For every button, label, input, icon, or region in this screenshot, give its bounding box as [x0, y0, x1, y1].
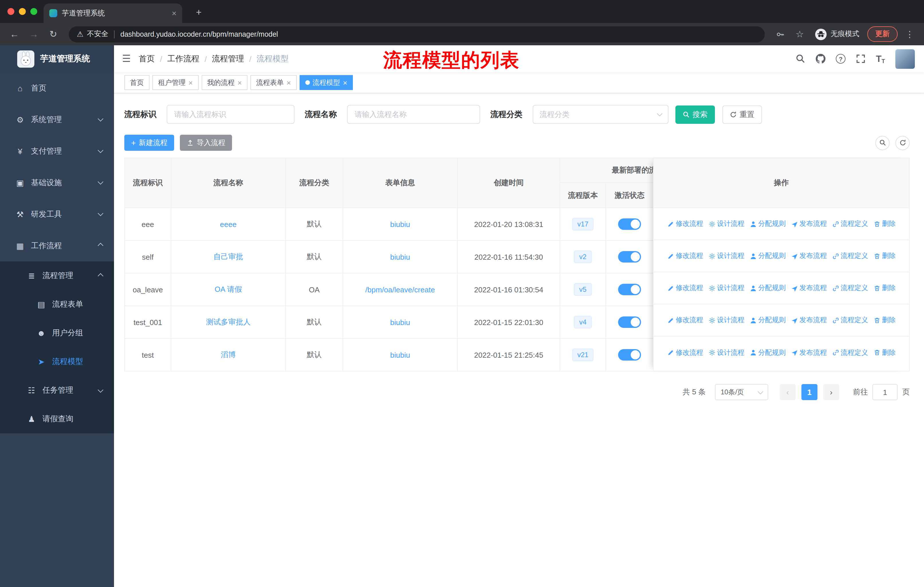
- design-process-action[interactable]: 设计流程: [708, 219, 744, 229]
- process-key-input[interactable]: [167, 105, 294, 124]
- publish-process-action[interactable]: 发布流程: [791, 219, 827, 229]
- sidebar-item-infrastructure[interactable]: ▣基础设施: [0, 167, 114, 198]
- view-tag[interactable]: 首页: [124, 75, 150, 90]
- process-name-link[interactable]: eeee: [220, 220, 237, 228]
- sidebar-item-task-management[interactable]: ☷任务管理: [0, 376, 114, 405]
- modify-process-action[interactable]: 修改流程: [667, 348, 703, 357]
- password-key-icon[interactable]: [773, 26, 788, 41]
- forward-button[interactable]: →: [26, 26, 41, 41]
- next-page-button[interactable]: ›: [823, 384, 839, 400]
- tab-close-icon[interactable]: ×: [172, 8, 177, 18]
- sidebar-item-process-management[interactable]: ≣流程管理: [0, 261, 114, 290]
- reload-button[interactable]: ↻: [46, 26, 61, 41]
- delete-action[interactable]: 删除: [873, 283, 896, 293]
- fullscreen-icon[interactable]: [856, 54, 866, 64]
- design-process-action[interactable]: 设计流程: [708, 283, 744, 293]
- sidebar-item-payment[interactable]: ¥支付管理: [0, 135, 114, 167]
- design-process-action[interactable]: 设计流程: [708, 348, 744, 357]
- process-name-link[interactable]: OA 请假: [214, 284, 242, 294]
- font-size-icon[interactable]: TT: [876, 54, 885, 64]
- category-select[interactable]: 流程分类: [533, 105, 668, 124]
- update-button[interactable]: 更新: [867, 26, 898, 42]
- publish-process-action[interactable]: 发布流程: [791, 315, 827, 325]
- sidebar-item-system[interactable]: ⚙系统管理: [0, 104, 114, 135]
- help-icon[interactable]: ?: [836, 54, 845, 64]
- toggle-search-button[interactable]: [875, 136, 889, 150]
- page-number-button[interactable]: 1: [802, 384, 817, 400]
- delete-action[interactable]: 删除: [873, 219, 896, 229]
- assign-rule-action[interactable]: 分配规则: [749, 219, 785, 229]
- minimize-window-button[interactable]: [19, 8, 26, 15]
- sidebar-item-process-form[interactable]: ▤流程表单: [0, 290, 114, 319]
- process-definition-action[interactable]: 流程定义: [832, 283, 868, 293]
- browser-tab[interactable]: 芋道管理系统 ×: [43, 3, 182, 23]
- sidebar-item-home[interactable]: ⌂首页: [0, 72, 114, 104]
- breadcrumb-item[interactable]: 工作流程: [167, 54, 200, 64]
- view-tag[interactable]: 租户管理×: [152, 75, 198, 90]
- process-name-link[interactable]: 自己审批: [213, 251, 243, 262]
- process-definition-action[interactable]: 流程定义: [832, 251, 868, 261]
- publish-process-action[interactable]: 发布流程: [791, 348, 827, 357]
- delete-action[interactable]: 删除: [873, 348, 896, 357]
- back-button[interactable]: ←: [7, 26, 22, 41]
- breadcrumb-item[interactable]: 首页: [139, 54, 155, 64]
- process-definition-action[interactable]: 流程定义: [832, 315, 868, 325]
- refresh-table-button[interactable]: [895, 136, 910, 150]
- delete-action[interactable]: 删除: [873, 315, 896, 325]
- reset-button[interactable]: 重置: [723, 105, 762, 124]
- address-bar[interactable]: ⚠ 不安全 dashboard.yudao.iocoder.cn/bpm/man…: [69, 26, 765, 42]
- publish-process-action[interactable]: 发布流程: [791, 251, 827, 261]
- create-process-button[interactable]: + 新建流程: [124, 135, 174, 151]
- goto-page-input[interactable]: [873, 384, 898, 400]
- close-icon[interactable]: ×: [188, 78, 193, 87]
- breadcrumb-item[interactable]: 流程管理: [212, 54, 244, 64]
- process-name-input[interactable]: [347, 105, 480, 124]
- view-tag[interactable]: 我的流程×: [201, 75, 248, 90]
- security-label[interactable]: 不安全: [87, 29, 108, 39]
- design-process-action[interactable]: 设计流程: [708, 251, 744, 261]
- browser-menu-icon[interactable]: ⋮: [902, 26, 917, 41]
- process-name-link[interactable]: 滔博: [221, 350, 236, 360]
- page-size-select[interactable]: 10条/页: [715, 384, 768, 400]
- active-toggle[interactable]: [618, 284, 641, 295]
- close-icon[interactable]: ×: [238, 78, 242, 87]
- close-icon[interactable]: ×: [343, 78, 347, 87]
- sidebar-item-user-group[interactable]: ☻用户分组: [0, 319, 114, 347]
- process-definition-action[interactable]: 流程定义: [832, 348, 868, 357]
- assign-rule-action[interactable]: 分配规则: [749, 348, 785, 357]
- close-icon[interactable]: ×: [286, 78, 291, 87]
- publish-process-action[interactable]: 发布流程: [791, 283, 827, 293]
- prev-page-button[interactable]: ‹: [780, 384, 796, 400]
- import-process-button[interactable]: 导入流程: [180, 135, 232, 151]
- incognito-chip[interactable]: 无痕模式: [815, 28, 859, 40]
- hamburger-icon[interactable]: ☰: [122, 53, 131, 65]
- active-toggle[interactable]: [618, 218, 641, 230]
- search-button[interactable]: 搜索: [675, 105, 715, 124]
- active-toggle[interactable]: [618, 349, 641, 360]
- active-toggle[interactable]: [618, 251, 641, 263]
- close-window-button[interactable]: [7, 8, 14, 15]
- sidebar-item-leave-query[interactable]: ♟请假查询: [0, 405, 114, 433]
- form-info-link[interactable]: biubiu: [390, 318, 410, 326]
- assign-rule-action[interactable]: 分配规则: [749, 251, 785, 261]
- active-toggle[interactable]: [618, 316, 641, 328]
- design-process-action[interactable]: 设计流程: [708, 315, 744, 325]
- sidebar-item-devtools[interactable]: ⚒研发工具: [0, 198, 114, 230]
- modify-process-action[interactable]: 修改流程: [667, 219, 703, 229]
- process-definition-action[interactable]: 流程定义: [832, 219, 868, 229]
- sidebar-item-workflow[interactable]: ▦工作流程: [0, 230, 114, 261]
- form-info-link[interactable]: /bpm/oa/leave/create: [365, 285, 435, 294]
- modify-process-action[interactable]: 修改流程: [667, 315, 703, 325]
- modify-process-action[interactable]: 修改流程: [667, 251, 703, 261]
- view-tag[interactable]: 流程模型×: [300, 75, 353, 90]
- form-info-link[interactable]: biubiu: [390, 220, 410, 228]
- bookmark-star-icon[interactable]: ☆: [792, 26, 807, 41]
- process-name-link[interactable]: 测试多审批人: [206, 317, 251, 327]
- search-icon[interactable]: [796, 54, 805, 64]
- sidebar-item-process-model[interactable]: ➤流程模型: [0, 347, 114, 376]
- view-tag[interactable]: 流程表单×: [250, 75, 297, 90]
- assign-rule-action[interactable]: 分配规则: [749, 283, 785, 293]
- form-info-link[interactable]: biubiu: [390, 253, 410, 261]
- user-avatar[interactable]: [895, 49, 915, 68]
- assign-rule-action[interactable]: 分配规则: [749, 315, 785, 325]
